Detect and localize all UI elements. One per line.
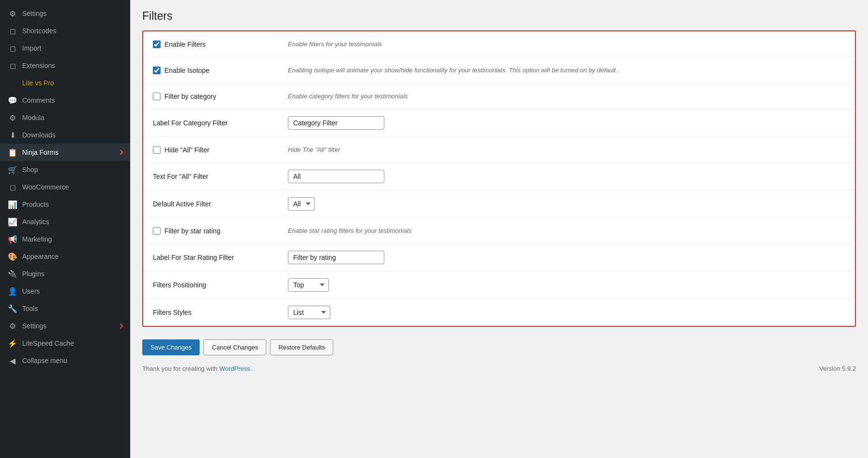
sidebar-label-litespeed: LiteSpeed Cache [22, 339, 74, 347]
filters-positioning-select[interactable]: TopBottom [288, 278, 329, 292]
sidebar-item-settings[interactable]: ⚙Settings [0, 5, 130, 22]
lite-vs-pro-icon [8, 78, 17, 88]
sidebar-label-plugins: Plugins [22, 270, 44, 278]
enable-isotope-description: Enabling isotope will animate your show/… [288, 67, 619, 74]
filter-row-text-all-filter: Text For "All" Filter [143, 163, 855, 190]
arrow-icon [118, 149, 123, 155]
text-all-filter-label: Text For "All" Filter [153, 173, 208, 180]
litespeed-icon: ⚡ [8, 338, 17, 348]
sidebar-label-products: Products [22, 201, 49, 208]
filter-by-category-description: Enable category filters for your testimo… [288, 93, 408, 100]
sidebar-item-comments[interactable]: 💬Comments [0, 92, 130, 109]
sidebar-item-products[interactable]: 📊Products [0, 196, 130, 213]
label-star-rating-filter-label: Label For Star Rating Filter [153, 254, 234, 261]
sidebar-label-settings: Settings [22, 10, 47, 17]
enable-filters-label: Enable Filters [164, 40, 206, 48]
label-star-rating-filter-input[interactable] [288, 251, 384, 264]
products-icon: 📊 [8, 200, 17, 209]
filter-by-category-checkbox[interactable] [153, 93, 161, 100]
sidebar-label-collapse: Collapse menu [22, 357, 67, 364]
sidebar-label-lite-vs-pro: Lite vs Pro [22, 79, 54, 87]
tools-icon: 🔧 [8, 304, 17, 313]
save-changes-button[interactable]: Save Changes [142, 339, 200, 355]
shortcodes-icon: ◻ [8, 26, 17, 36]
footer-version: Version 5.9.2 [819, 365, 856, 372]
sidebar-label-import: Import [22, 44, 41, 52]
marketing-icon: 📢 [8, 234, 17, 244]
filters-positioning-label: Filters Positioning [153, 281, 206, 289]
button-row: Save Changes Cancel Changes Restore Defa… [142, 335, 856, 360]
sidebar-item-modula[interactable]: ⚙Modula [0, 109, 130, 126]
sidebar-item-appearance[interactable]: 🎨Appearance [0, 248, 130, 265]
filters-styles-select[interactable]: ListButtons [288, 306, 330, 319]
users-icon: 👤 [8, 286, 17, 296]
arrow-icon [118, 323, 123, 328]
sidebar-label-marketing: Marketing [22, 235, 52, 243]
sidebar-label-shop: Shop [22, 166, 38, 174]
sidebar-item-import[interactable]: ◻Import [0, 40, 130, 57]
main-content: Filters Enable FiltersEnable filters for… [130, 0, 868, 458]
enable-filters-checkbox[interactable] [153, 40, 161, 48]
default-active-filter-select[interactable]: All [288, 197, 315, 211]
sidebar-item-users[interactable]: 👤Users [0, 283, 130, 300]
sidebar-item-litespeed[interactable]: ⚡LiteSpeed Cache [0, 335, 130, 352]
sidebar-item-tools[interactable]: 🔧Tools [0, 300, 130, 317]
sidebar-item-woocommerce[interactable]: ◻WooCommerce [0, 178, 130, 196]
sidebar-item-shop[interactable]: 🛒Shop [0, 161, 130, 178]
hide-all-filter-description: Hide The "All" filter [288, 146, 340, 153]
filters-styles-label: Filters Styles [153, 309, 191, 316]
comments-icon: 💬 [8, 95, 17, 105]
restore-defaults-button[interactable]: Restore Defaults [270, 339, 333, 355]
label-category-filter-label: Label For Category Filter [153, 119, 228, 127]
hide-all-filter-checkbox[interactable] [153, 146, 161, 154]
filter-row-default-active-filter: Default Active FilterAll [143, 190, 855, 218]
sidebar-label-woocommerce: WooCommerce [22, 183, 69, 191]
filters-box: Enable FiltersEnable filters for your te… [142, 30, 856, 327]
sidebar-label-downloads: Downloads [22, 131, 55, 139]
sidebar-item-analytics[interactable]: 📈Analytics [0, 213, 130, 230]
filter-by-star-rating-label: Filter by star rating [164, 227, 220, 235]
filter-by-category-label: Filter by category [164, 93, 216, 100]
filter-row-filter-by-star-rating: Filter by star ratingEnable star rating … [143, 218, 855, 244]
filter-row-hide-all-filter: Hide "All" FilterHide The "All" filter [143, 137, 855, 163]
label-category-filter-input[interactable] [288, 116, 384, 130]
cancel-changes-button[interactable]: Cancel Changes [203, 339, 266, 355]
page-title: Filters [142, 10, 856, 23]
collapse-icon: ◀ [8, 356, 17, 365]
sidebar-item-marketing[interactable]: 📢Marketing [0, 230, 130, 248]
filter-row-label-star-rating-filter: Label For Star Rating Filter [143, 244, 855, 271]
sidebar-item-downloads[interactable]: ⬇Downloads [0, 126, 130, 144]
extensions-icon: ◻ [8, 61, 17, 70]
enable-isotope-checkbox[interactable] [153, 67, 161, 74]
wordpress-link[interactable]: WordPress [219, 365, 250, 372]
sidebar-label-analytics: Analytics [22, 218, 49, 226]
sidebar-item-collapse[interactable]: ◀Collapse menu [0, 352, 130, 369]
sidebar-item-extensions[interactable]: ◻Extensions [0, 57, 130, 74]
sidebar-item-plugins[interactable]: 🔌Plugins [0, 265, 130, 283]
analytics-icon: 📈 [8, 217, 17, 227]
settings-icon: ⚙ [8, 9, 17, 18]
default-active-filter-label: Default Active Filter [153, 200, 211, 208]
filter-by-star-rating-description: Enable star rating filters for your test… [288, 227, 412, 234]
sidebar-label-settings2: Settings [22, 322, 47, 330]
modula-icon: ⚙ [8, 113, 17, 122]
sidebar-item-settings2[interactable]: ⚙Settings [0, 317, 130, 335]
footer-bar: Thank you for creating with WordPress . … [142, 360, 856, 372]
filter-row-filter-by-category: Filter by categoryEnable category filter… [143, 83, 855, 109]
filter-by-star-rating-checkbox[interactable] [153, 227, 161, 235]
sidebar-item-ninja-forms[interactable]: 📋Ninja Forms [0, 144, 130, 161]
filter-row-filters-styles: Filters StylesListButtons [143, 299, 855, 326]
enable-filters-description: Enable filters for your testimonials [288, 40, 382, 48]
woocommerce-icon: ◻ [8, 182, 17, 192]
sidebar-item-shortcodes[interactable]: ◻Shortcodes [0, 22, 130, 40]
sidebar-label-tools: Tools [22, 305, 38, 312]
text-all-filter-input[interactable] [288, 170, 384, 183]
filter-row-filters-positioning: Filters PositioningTopBottom [143, 271, 855, 299]
hide-all-filter-label: Hide "All" Filter [164, 146, 209, 154]
sidebar: ⚙Settings◻Shortcodes◻Import◻ExtensionsLi… [0, 0, 130, 458]
footer-text: Thank you for creating with WordPress . [142, 365, 254, 372]
sidebar-item-lite-vs-pro[interactable]: Lite vs Pro [0, 74, 130, 92]
sidebar-label-shortcodes: Shortcodes [22, 27, 56, 35]
sidebar-label-extensions: Extensions [22, 62, 55, 69]
sidebar-label-appearance: Appearance [22, 253, 59, 260]
